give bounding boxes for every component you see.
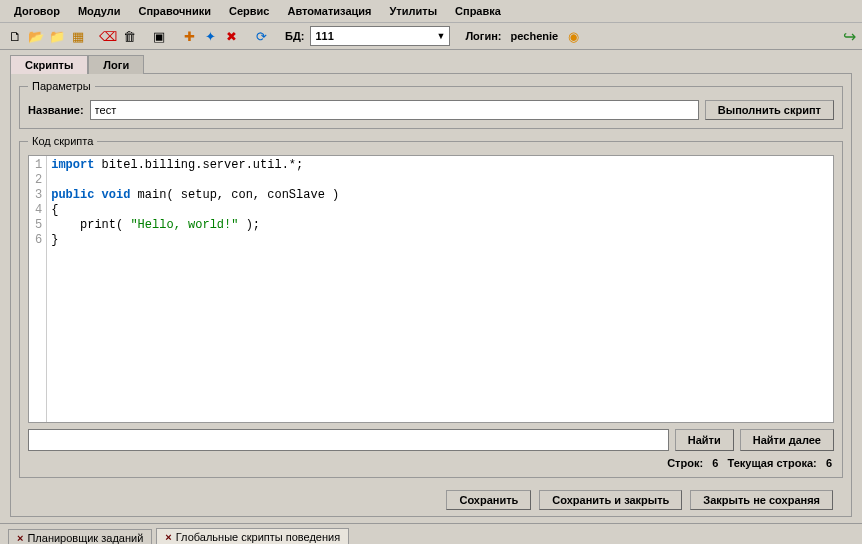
menu-dogovor[interactable]: Договор: [6, 2, 68, 20]
open2-icon[interactable]: 📁: [48, 27, 66, 45]
inner-tabs: Скрипты Логи: [0, 50, 862, 73]
new-icon[interactable]: 🗋: [6, 27, 24, 45]
run-script-button[interactable]: Выполнить скрипт: [705, 100, 834, 120]
footer-tab-scheduler-label: Планировщик заданий: [27, 532, 143, 544]
footer-tabs: × Планировщик заданий × Глобальные скрип…: [0, 523, 862, 544]
open-icon[interactable]: 📂: [27, 27, 45, 45]
menu-spravka[interactable]: Справка: [447, 2, 509, 20]
save-close-button[interactable]: Сохранить и закрыть: [539, 490, 682, 510]
grid-icon[interactable]: ▦: [69, 27, 87, 45]
curline-label: Текущая строка:: [728, 457, 817, 469]
db-label: БД:: [285, 30, 304, 42]
find-button[interactable]: Найти: [675, 429, 734, 451]
db-value: 111: [315, 30, 333, 42]
menubar: Договор Модули Справочники Сервис Автома…: [0, 0, 862, 23]
footer-tab-global-scripts[interactable]: × Глобальные скрипты поведения: [156, 528, 349, 544]
lines-label: Строк:: [667, 457, 703, 469]
menu-avtomatizatsiya[interactable]: Автоматизация: [279, 2, 379, 20]
save-button[interactable]: Сохранить: [446, 490, 531, 510]
footer-tab-scheduler[interactable]: × Планировщик заданий: [8, 529, 152, 545]
status-row: Строк: 6 Текущая строка: 6: [28, 451, 834, 469]
login-value: pechenie: [511, 30, 559, 42]
curline-value: 6: [826, 457, 832, 469]
main-panel: Параметры Название: Выполнить скрипт Код…: [10, 73, 852, 517]
footer-tab-global-scripts-label: Глобальные скрипты поведения: [176, 531, 340, 543]
line-gutter: 123456: [29, 156, 47, 422]
code-fieldset: Код скрипта 123456 import bitel.billing.…: [19, 135, 843, 478]
code-legend: Код скрипта: [28, 135, 97, 147]
close-nosave-button[interactable]: Закрыть не сохраняя: [690, 490, 833, 510]
find-input[interactable]: [28, 429, 669, 451]
menu-moduli[interactable]: Модули: [70, 2, 129, 20]
params-fieldset: Параметры Название: Выполнить скрипт: [19, 80, 843, 129]
login-label: Логин:: [465, 30, 501, 42]
refresh-icon[interactable]: ⟳: [252, 27, 270, 45]
params-legend: Параметры: [28, 80, 95, 92]
chevron-down-icon: ▼: [436, 31, 445, 41]
close-icon[interactable]: ×: [17, 532, 23, 544]
menu-spravochniki[interactable]: Справочники: [130, 2, 219, 20]
cancel-icon[interactable]: ✖: [222, 27, 240, 45]
user-icon[interactable]: ◉: [564, 27, 582, 45]
toolbar: 🗋 📂 📁 ▦ ⌫ 🗑 ▣ ✚ ✦ ✖ ⟳ БД: 111 ▼ Логин: p…: [0, 23, 862, 50]
name-label: Название:: [28, 104, 84, 116]
bottom-buttons: Сохранить Сохранить и закрыть Закрыть не…: [19, 484, 843, 510]
find-next-button[interactable]: Найти далее: [740, 429, 834, 451]
code-editor[interactable]: 123456 import bitel.billing.server.util.…: [28, 155, 834, 423]
delete-icon[interactable]: ⌫: [99, 27, 117, 45]
exit-icon[interactable]: ↪: [843, 27, 856, 46]
tab-scripts[interactable]: Скрипты: [10, 55, 88, 74]
lines-value: 6: [712, 457, 718, 469]
plus-icon[interactable]: ✚: [180, 27, 198, 45]
trash-icon[interactable]: 🗑: [120, 27, 138, 45]
tab-logs[interactable]: Логи: [88, 55, 144, 74]
module-icon[interactable]: ▣: [150, 27, 168, 45]
code-body[interactable]: import bitel.billing.server.util.*; publ…: [47, 156, 343, 422]
menu-utility[interactable]: Утилиты: [382, 2, 446, 20]
name-input[interactable]: [90, 100, 699, 120]
menu-servis[interactable]: Сервис: [221, 2, 277, 20]
magic-icon[interactable]: ✦: [201, 27, 219, 45]
close-icon[interactable]: ×: [165, 531, 171, 543]
db-select[interactable]: 111 ▼: [310, 26, 450, 46]
